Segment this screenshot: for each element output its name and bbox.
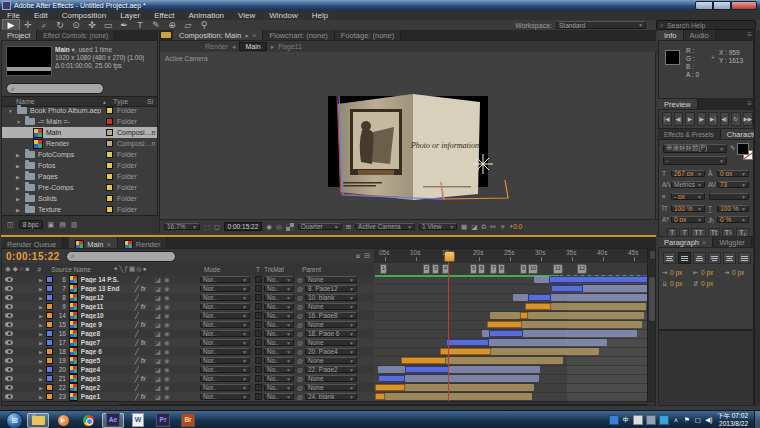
magnification-dropdown[interactable]: 16.7%▼ bbox=[164, 223, 200, 230]
camera-dropdown[interactable]: Active Camera▼ bbox=[355, 223, 415, 230]
switch-icon-b[interactable]: ◉ bbox=[164, 366, 170, 374]
layer-bar-active[interactable] bbox=[520, 312, 528, 319]
align-button-1[interactable] bbox=[678, 252, 691, 264]
rotate-tool-icon[interactable]: ↻ bbox=[52, 20, 68, 30]
switch-icon-b[interactable]: ◉ bbox=[164, 348, 170, 356]
quality-switch-icon[interactable]: ╱ bbox=[135, 384, 139, 392]
parent-dropdown[interactable]: 22. Page2▼ bbox=[305, 366, 357, 373]
layer-name[interactable]: Page5 bbox=[81, 357, 133, 364]
parent-pickwhip-icon[interactable]: @ bbox=[297, 277, 303, 283]
layer-bar-ghost[interactable] bbox=[583, 285, 647, 292]
mode-dropdown[interactable]: Nor..▼ bbox=[200, 330, 250, 337]
skype-icon[interactable] bbox=[659, 415, 669, 425]
parent-pickwhip-icon[interactable]: @ bbox=[297, 340, 303, 346]
zoom-in-mountain-icon[interactable]: ▲ bbox=[105, 405, 112, 406]
menu-window[interactable]: Window bbox=[262, 11, 304, 20]
switch-icon-a[interactable]: ◪ bbox=[155, 276, 161, 284]
taskbar-app-media[interactable]: ▶ bbox=[52, 413, 74, 428]
taskbar-app-chrome[interactable] bbox=[77, 413, 99, 428]
label-color-chip[interactable] bbox=[46, 330, 53, 337]
hand-tool-icon[interactable]: ✛ bbox=[20, 20, 36, 30]
disclosure-arrow-icon[interactable]: ▶ bbox=[16, 185, 22, 191]
layer-name[interactable]: Page 14 P.S. bbox=[81, 276, 133, 283]
layer-name[interactable]: Page3 bbox=[81, 375, 133, 382]
quality-switch-icon[interactable]: ╱ bbox=[135, 339, 139, 347]
faux-style-toggle[interactable]: TT bbox=[691, 228, 706, 237]
tab-footage[interactable]: Footage: (none) bbox=[335, 30, 401, 40]
switch-icon-a[interactable]: ◪ bbox=[155, 339, 161, 347]
layer-bar-row-23[interactable] bbox=[374, 392, 647, 401]
tab-wiggler[interactable]: Wiggler bbox=[713, 237, 751, 247]
timeline-track-area[interactable] bbox=[374, 275, 647, 401]
eyedropper-icon[interactable]: ✎ bbox=[730, 144, 735, 152]
parent-pickwhip-icon[interactable]: @ bbox=[297, 385, 303, 391]
comp-marker-5[interactable]: 5 bbox=[470, 264, 477, 274]
layer-name[interactable]: Page8 bbox=[81, 330, 133, 337]
trkmat-dropdown[interactable]: No..▼ bbox=[264, 357, 294, 364]
baseline-shift-dropdown[interactable]: 0 px▼ bbox=[671, 216, 705, 223]
switch-icon-a[interactable]: ◪ bbox=[155, 312, 161, 320]
puppet-pin-tool-icon[interactable]: ⚲ bbox=[196, 20, 212, 30]
timeline-icon[interactable]: ⧉ bbox=[481, 223, 486, 231]
composition-button-icon[interactable] bbox=[649, 250, 656, 260]
disclosure-arrow-icon[interactable]: ▶ bbox=[39, 367, 43, 373]
vscroll-thumb[interactable] bbox=[649, 277, 656, 321]
t-toggle[interactable] bbox=[255, 321, 262, 328]
switch-icon-b[interactable]: ◉ bbox=[164, 330, 170, 338]
parent-pickwhip-icon[interactable]: @ bbox=[297, 295, 303, 301]
tray-app-icon[interactable] bbox=[609, 415, 619, 425]
indent-right-value[interactable]: 0 px bbox=[732, 269, 744, 276]
layer-bar-ghost[interactable] bbox=[534, 276, 549, 283]
trkmat-dropdown[interactable]: No..▼ bbox=[264, 312, 294, 319]
comp-mini-flowchart-icon[interactable]: ⧈ bbox=[356, 252, 360, 260]
t-toggle[interactable] bbox=[255, 384, 262, 391]
battery-icon[interactable] bbox=[646, 415, 656, 425]
parent-dropdown[interactable]: None▼ bbox=[305, 384, 357, 391]
switch-icon-a[interactable]: ◪ bbox=[155, 321, 161, 329]
ime-indicator[interactable]: 中 bbox=[622, 416, 630, 424]
view-layout-dropdown[interactable]: 1 View▼ bbox=[419, 223, 457, 230]
align-button-2[interactable] bbox=[693, 252, 706, 264]
first-frame-button[interactable]: |◀ bbox=[662, 112, 672, 126]
project-search-input[interactable]: ⌕ bbox=[6, 83, 104, 94]
layer-bar-active[interactable] bbox=[446, 339, 489, 346]
parent-dropdown[interactable]: 18. Page 6▼ bbox=[305, 330, 357, 337]
current-timecode[interactable]: 0:00:15:22 bbox=[6, 251, 60, 262]
brush-tool-icon[interactable]: ✎ bbox=[148, 20, 164, 30]
disclosure-arrow-icon[interactable]: ▶ bbox=[39, 322, 43, 328]
switch-icon-b[interactable]: ◉ bbox=[164, 321, 170, 329]
switch-icon-b[interactable]: ◉ bbox=[164, 384, 170, 392]
trkmat-dropdown[interactable]: No..▼ bbox=[264, 348, 294, 355]
eye-icon[interactable] bbox=[5, 358, 13, 363]
fx-switch-icon[interactable]: fx bbox=[141, 339, 151, 346]
faux-style-toggle[interactable]: T¹ bbox=[722, 228, 735, 237]
fx-switch-icon[interactable]: fx bbox=[141, 303, 151, 310]
trkmat-dropdown[interactable]: No..▼ bbox=[264, 384, 294, 391]
tab-composition[interactable]: Composition: Main▼× bbox=[173, 30, 263, 40]
switch-icon-a[interactable]: ◪ bbox=[155, 384, 161, 392]
layer-name[interactable]: Page4 bbox=[81, 366, 133, 373]
quality-switch-icon[interactable]: ╱ bbox=[135, 294, 139, 302]
layer-bar-active[interactable] bbox=[551, 285, 583, 292]
tab-effect-controls[interactable]: Effect Controls: (none) bbox=[37, 30, 115, 40]
stroke-width-dropdown[interactable]: - px▼ bbox=[671, 193, 705, 200]
font-size-dropdown[interactable]: 267 px▼ bbox=[671, 170, 705, 177]
show-desktop-button[interactable] bbox=[754, 411, 760, 428]
zoom-tool-icon[interactable]: ⌕ bbox=[36, 20, 52, 30]
font-style-dropdown[interactable]: -▼ bbox=[663, 156, 727, 165]
reset-exposure-icon[interactable]: ☀ bbox=[500, 223, 506, 231]
mode-dropdown[interactable]: Nor..▼ bbox=[200, 294, 250, 301]
switch-icon-b[interactable]: ◉ bbox=[164, 339, 170, 347]
faux-style-toggle[interactable]: T₁ bbox=[736, 228, 749, 237]
type-tool-icon[interactable]: T bbox=[132, 20, 148, 30]
switch-icon-b[interactable]: ◉ bbox=[164, 393, 170, 401]
ram-preview-button[interactable]: ▶▶ bbox=[743, 112, 753, 126]
parent-dropdown[interactable]: None▼ bbox=[305, 303, 357, 310]
layer-bar-active[interactable] bbox=[378, 375, 405, 382]
layer-bar-ghost[interactable] bbox=[522, 321, 642, 328]
delete-icon[interactable]: ▥ bbox=[71, 221, 78, 229]
layer-bar-ghost[interactable] bbox=[405, 375, 539, 382]
layer-bar-ghost[interactable] bbox=[551, 294, 647, 301]
eye-icon[interactable] bbox=[5, 385, 13, 390]
layer-bar-ghost[interactable] bbox=[405, 384, 534, 391]
